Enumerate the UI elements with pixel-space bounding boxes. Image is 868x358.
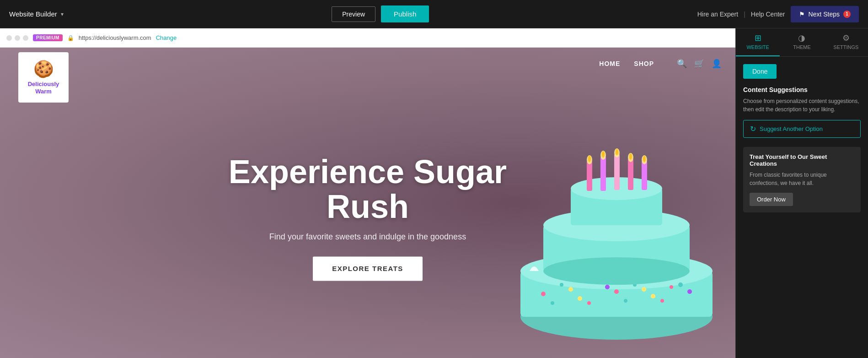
hero-subtitle: Find your favorite sweets and indulge in… bbox=[208, 233, 528, 242]
user-icon[interactable]: 👤 bbox=[712, 59, 722, 69]
suggestion-card: Treat Yourself to Our Sweet Creations Fr… bbox=[743, 147, 861, 212]
svg-point-9 bbox=[651, 294, 655, 298]
svg-rect-27 bbox=[614, 154, 620, 190]
settings-tab-icon: ⚙ bbox=[842, 33, 850, 43]
refresh-icon: ↻ bbox=[750, 125, 756, 133]
panel-content: Done Content Suggestions Choose from per… bbox=[736, 57, 868, 358]
suggest-another-label: Suggest Another Option bbox=[760, 125, 823, 132]
card-desc: From classic favorites to unique confect… bbox=[750, 171, 854, 187]
svg-point-31 bbox=[588, 156, 591, 162]
url-text: https://deliciouslywarm.com bbox=[79, 34, 151, 41]
content-suggestions-title: Content Suggestions bbox=[743, 86, 861, 93]
brand-area: Website Builder ▾ bbox=[9, 10, 64, 18]
svg-point-14 bbox=[587, 301, 591, 305]
tab-theme[interactable]: ◑ THEME bbox=[780, 28, 824, 56]
website-preview: 🍪 Deliciously Warm HOME SHOP 🔍 🛒 👤 bbox=[0, 48, 735, 358]
next-steps-button[interactable]: ⚑ Next Steps 1 bbox=[791, 6, 859, 22]
cake-visual bbox=[498, 48, 735, 358]
done-button[interactable]: Done bbox=[743, 64, 777, 79]
preview-button[interactable]: Preview bbox=[332, 6, 375, 22]
flag-icon: ⚑ bbox=[799, 11, 805, 18]
svg-point-16 bbox=[624, 299, 627, 303]
browser-dots bbox=[6, 35, 28, 41]
site-navbar: HOME SHOP 🔍 🛒 👤 bbox=[0, 48, 735, 80]
website-tab-label: WEBSITE bbox=[746, 44, 769, 50]
content-suggestions-desc: Choose from personalized content suggest… bbox=[743, 97, 861, 114]
svg-point-19 bbox=[678, 282, 683, 287]
svg-point-18 bbox=[660, 299, 664, 303]
site-nav-home[interactable]: HOME bbox=[599, 60, 620, 67]
help-center-link[interactable]: Help Center bbox=[751, 11, 785, 18]
explore-treats-button[interactable]: EXPLORE TREATS bbox=[313, 257, 423, 281]
svg-point-39 bbox=[643, 156, 646, 162]
hire-expert-link[interactable]: Hire an Expert bbox=[697, 11, 738, 18]
svg-point-22 bbox=[543, 257, 690, 285]
site-nav-shop[interactable]: SHOP bbox=[634, 60, 654, 67]
dot-3 bbox=[23, 35, 28, 41]
tab-settings[interactable]: ⚙ SETTINGS bbox=[824, 28, 868, 56]
main-area: PREMIUM 🔒 https://deliciouslywarm.com Ch… bbox=[0, 28, 868, 358]
theme-tab-icon: ◑ bbox=[798, 33, 805, 43]
svg-point-33 bbox=[602, 151, 605, 157]
change-link[interactable]: Change bbox=[156, 34, 177, 41]
next-steps-label: Next Steps bbox=[809, 11, 840, 18]
lock-icon: 🔒 bbox=[67, 35, 74, 41]
svg-rect-29 bbox=[642, 161, 647, 190]
svg-point-7 bbox=[614, 289, 619, 294]
suggest-another-button[interactable]: ↻ Suggest Another Option bbox=[743, 120, 861, 138]
search-icon[interactable]: 🔍 bbox=[677, 59, 687, 69]
svg-point-37 bbox=[629, 153, 632, 160]
browser-bar: PREMIUM 🔒 https://deliciouslywarm.com Ch… bbox=[0, 28, 735, 48]
svg-point-4 bbox=[560, 283, 563, 287]
logo-text: Deliciously Warm bbox=[28, 81, 59, 95]
website-tab-icon: ⊞ bbox=[755, 33, 761, 43]
hero-title: Experience Sugar Rush bbox=[208, 155, 528, 224]
right-panel: ⊞ WEBSITE ◑ THEME ⚙ SETTINGS Done Conten… bbox=[735, 28, 868, 358]
panel-tabs: ⊞ WEBSITE ◑ THEME ⚙ SETTINGS bbox=[736, 28, 868, 57]
card-title: Treat Yourself to Our Sweet Creations bbox=[750, 153, 854, 167]
brand-name: Website Builder bbox=[9, 10, 57, 18]
svg-point-13 bbox=[568, 287, 573, 292]
settings-tab-label: SETTINGS bbox=[833, 44, 858, 50]
svg-point-35 bbox=[616, 149, 618, 155]
chevron-down-icon: ▾ bbox=[61, 11, 64, 17]
cart-icon[interactable]: 🛒 bbox=[694, 59, 704, 69]
order-now-button[interactable]: Order Now bbox=[750, 193, 793, 206]
svg-point-11 bbox=[687, 289, 692, 294]
separator: | bbox=[744, 11, 745, 18]
svg-point-10 bbox=[670, 285, 673, 289]
hero-content: Experience Sugar Rush Find your favorite… bbox=[208, 155, 528, 281]
svg-point-15 bbox=[605, 285, 610, 289]
top-navigation: Website Builder ▾ Preview Publish Hire a… bbox=[0, 0, 868, 28]
site-nav-links: HOME SHOP 🔍 🛒 👤 bbox=[599, 59, 722, 69]
theme-tab-label: THEME bbox=[793, 44, 811, 50]
notification-badge: 1 bbox=[843, 11, 851, 18]
svg-rect-28 bbox=[628, 159, 633, 190]
publish-button[interactable]: Publish bbox=[381, 5, 429, 22]
svg-rect-26 bbox=[600, 157, 606, 191]
dot-2 bbox=[15, 35, 20, 41]
svg-point-5 bbox=[578, 296, 582, 301]
premium-badge: PREMIUM bbox=[33, 34, 63, 41]
site-nav-icons: 🔍 🛒 👤 bbox=[677, 59, 722, 69]
cake-svg bbox=[507, 120, 726, 358]
svg-point-12 bbox=[551, 301, 554, 305]
svg-rect-25 bbox=[587, 161, 592, 191]
svg-point-17 bbox=[642, 287, 646, 292]
svg-point-3 bbox=[541, 292, 546, 296]
dot-1 bbox=[6, 35, 12, 41]
canvas-container: PREMIUM 🔒 https://deliciouslywarm.com Ch… bbox=[0, 28, 735, 358]
tab-website[interactable]: ⊞ WEBSITE bbox=[736, 28, 780, 56]
